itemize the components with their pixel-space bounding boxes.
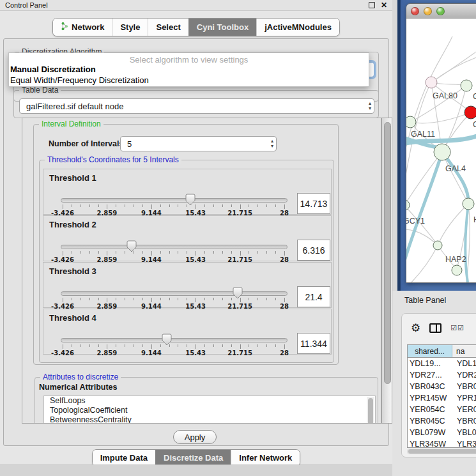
table-cell: YDL19... xyxy=(408,359,452,368)
threshold-4-slider[interactable]: -3.4262.8599.14415.4321.71528 xyxy=(43,309,293,355)
table-data-value: galFiltered.sif default node xyxy=(26,102,123,111)
close-icon[interactable]: ✕ xyxy=(381,2,387,8)
network-node-label-gal11: GAL11 xyxy=(411,130,435,139)
threshold-value-field[interactable]: 11.344 xyxy=(297,333,330,354)
stepper-icon: ▴▾ xyxy=(271,139,273,149)
table-row[interactable]: YDL19...YDL1 xyxy=(408,358,476,369)
table-row[interactable]: YBR045CYBR0 xyxy=(408,415,476,427)
tab-cyni-toolbox[interactable]: Cyni Toolbox xyxy=(188,19,256,36)
slider-track xyxy=(61,245,288,249)
attribute-item-topologicalcoefficient[interactable]: TopologicalCoefficient xyxy=(44,406,375,415)
tab-discretize-data[interactable]: Discretize Data xyxy=(155,450,231,466)
tab-network[interactable]: Network xyxy=(53,19,112,36)
network-canvas[interactable]: GAL80GCGAL11GAL4GCY1HHAP2 xyxy=(406,19,476,282)
attribute-item-selfloops[interactable]: SelfLoops xyxy=(44,396,375,406)
table-column-header-2[interactable]: na xyxy=(452,345,476,357)
minimize-light-icon[interactable] xyxy=(424,7,432,15)
threshold-1-slider[interactable]: -3.4262.8599.14415.4321.71528 xyxy=(43,169,293,215)
bottom-strip xyxy=(0,464,392,476)
table-data-combobox[interactable]: galFiltered.sif default node ▴▾ xyxy=(19,98,374,114)
control-panel-body: Discretization Algorithm Table Data galF… xyxy=(3,38,389,446)
network-node[interactable] xyxy=(461,80,472,91)
bottom-tab-bar: Impute DataDiscretize DataInfer Network xyxy=(0,449,392,466)
tick-label: -3.426 xyxy=(51,349,74,357)
bottom-tab-bar-group: Impute DataDiscretize DataInfer Network xyxy=(92,449,301,466)
threshold-value-field[interactable]: 6.316 xyxy=(297,240,330,261)
threshold-value-field[interactable]: 14.713 xyxy=(297,193,330,214)
dropdown-item-manual-discretization[interactable]: Manual Discretization xyxy=(9,65,369,75)
top-tab-bar-group: NetworkStyleSelectCyni ToolboxjActiveMNo… xyxy=(52,18,340,36)
table-card: ⚙ ☑☑ shared...na YDL19...YDL1YDR27...YDR… xyxy=(401,313,476,457)
interval-definition-title: Interval Definition xyxy=(39,119,104,128)
vertical-scrollbar[interactable] xyxy=(381,118,392,424)
tab-impute-data[interactable]: Impute Data xyxy=(93,450,155,466)
table-cell: YDR2 xyxy=(452,371,476,380)
table-cell: YLR3 xyxy=(452,440,476,448)
network-edge xyxy=(406,245,438,282)
table-row[interactable]: YER054CYER0 xyxy=(408,404,476,415)
dropdown-item-equal-width-frequency-discretization[interactable]: Equal Width/Frequency Discretization xyxy=(9,75,369,86)
threshold-1-box: Threshold 1-3.4262.8599.14415.4321.71528… xyxy=(43,169,332,215)
table-column-header-1[interactable]: shared... xyxy=(408,345,452,357)
table-toolbar: ⚙ ☑☑ xyxy=(402,314,476,342)
network-edge xyxy=(431,50,476,82)
attribute-item-betweennesscentrality[interactable]: BetweennessCentrality xyxy=(44,415,375,424)
network-node[interactable] xyxy=(463,198,474,210)
horizontal-scrollbar[interactable] xyxy=(407,449,476,454)
gear-icon[interactable]: ⚙ xyxy=(411,323,420,334)
threshold-value-field[interactable]: 21.4 xyxy=(297,286,330,307)
node-table[interactable]: shared...na YDL19...YDL1YDR27...YDR2YBR0… xyxy=(407,344,476,448)
network-node[interactable] xyxy=(434,144,450,160)
table-row[interactable]: YBR043CYBR0 xyxy=(408,381,476,392)
slider-thumb[interactable] xyxy=(233,287,243,301)
tab-select[interactable]: Select xyxy=(148,19,188,36)
numerical-attributes-header: Numerical Attributes xyxy=(39,383,117,392)
threshold-2-box: Threshold 2-3.4262.8599.14415.4321.71528… xyxy=(43,215,332,261)
slider-thumb[interactable] xyxy=(185,194,196,208)
table-cell: YBR0 xyxy=(452,417,476,426)
numerical-attributes-list[interactable]: SelfLoopsTopologicalCoefficientBetweenne… xyxy=(43,395,376,424)
attribute-list-scrollbar[interactable] xyxy=(367,397,374,424)
table-cell: YBR043C xyxy=(408,382,452,391)
checkbox-icons[interactable]: ☑☑ xyxy=(450,324,464,332)
table-row[interactable]: YLR345WYLR3 xyxy=(408,438,476,448)
split-pane-icon[interactable] xyxy=(429,323,441,333)
slider-track xyxy=(61,338,288,342)
algorithm-dropdown: Select algorithm to view settings Manual… xyxy=(8,52,369,87)
screen: Control Panel ✕ NetworkStyleSelectCyni T… xyxy=(0,0,476,476)
table-row[interactable]: YPR145WYPR1 xyxy=(408,392,476,404)
float-window-icon[interactable] xyxy=(369,2,375,8)
network-node[interactable] xyxy=(464,106,476,119)
tab-infer-network[interactable]: Infer Network xyxy=(231,450,300,466)
tab-jactivemnodules[interactable]: jActiveMNodules xyxy=(256,19,339,36)
horizontal-scrollbar-thumb[interactable] xyxy=(408,449,476,454)
vertical-scrollbar-thumb[interactable] xyxy=(384,122,391,384)
network-node[interactable] xyxy=(406,200,410,210)
zoom-light-icon[interactable] xyxy=(436,7,445,15)
close-light-icon[interactable] xyxy=(411,7,419,15)
network-node[interactable] xyxy=(433,241,442,250)
network-node-label-c: C xyxy=(473,120,476,129)
slider-thumb[interactable] xyxy=(127,240,137,254)
tab-style[interactable]: Style xyxy=(112,19,148,36)
num-intervals-label: Number of Intervals xyxy=(49,139,123,148)
network-node[interactable] xyxy=(452,265,462,275)
slider-thumb[interactable] xyxy=(162,334,172,348)
stepper-icon: ▴▾ xyxy=(369,101,371,111)
table-row[interactable]: YBL079WYBL0 xyxy=(408,427,476,438)
panel-title: Control Panel xyxy=(5,1,48,9)
network-node[interactable] xyxy=(426,77,437,88)
tick-label: 2.859 xyxy=(97,349,118,357)
network-edge-thick xyxy=(406,148,443,272)
network-desktop: GAL80GCGAL11GAL4GCY1HHAP2 xyxy=(397,0,476,291)
threshold-2-slider[interactable]: -3.4262.8599.14415.4321.71528 xyxy=(43,216,293,262)
apply-button[interactable]: Apply xyxy=(173,430,217,444)
control-panel: Control Panel ✕ NetworkStyleSelectCyni T… xyxy=(0,0,392,476)
table-row[interactable]: YDR27...YDR2 xyxy=(408,369,476,381)
network-window-titlebar[interactable] xyxy=(406,4,476,19)
settings-scroll-area: Interval Definition Number of Intervals … xyxy=(22,118,381,424)
network-edge xyxy=(431,57,476,82)
num-intervals-combobox[interactable]: 5 ▴▾ xyxy=(120,136,277,151)
threshold-3-slider[interactable]: -3.4262.8599.14415.4321.71528 xyxy=(43,263,293,309)
network-node[interactable] xyxy=(406,116,416,128)
